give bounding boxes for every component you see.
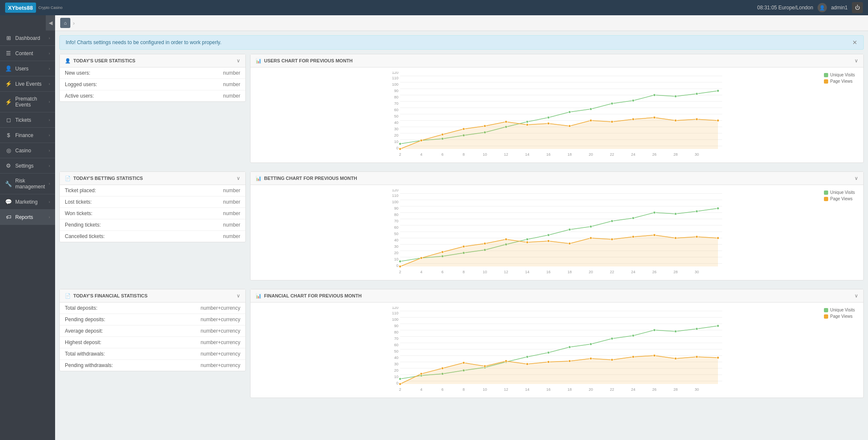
sidebar: ◀ ⊞ Dashboard › ☰ Content › 👤 Users › ⚡	[0, 15, 55, 440]
svg-text:20: 20	[589, 387, 593, 392]
stat-row-active-users: Active users: number	[60, 90, 245, 101]
sidebar-item-finance[interactable]: $ Finance ›	[0, 128, 55, 143]
svg-text:120: 120	[392, 307, 398, 310]
sidebar-item-dashboard[interactable]: ⊞ Dashboard ›	[0, 31, 55, 46]
svg-text:40: 40	[394, 238, 398, 242]
svg-text:90: 90	[394, 324, 398, 328]
svg-text:18: 18	[568, 152, 572, 157]
sidebar-item-reports[interactable]: 🏷 Reports ›	[0, 210, 55, 225]
svg-marker-187	[400, 356, 718, 384]
sidebar-item-content[interactable]: ☰ Content ›	[0, 46, 55, 61]
svg-text:120: 120	[392, 189, 398, 192]
svg-point-122	[547, 240, 550, 242]
svg-text:20: 20	[589, 270, 593, 274]
svg-point-180	[590, 343, 592, 345]
svg-point-179	[568, 346, 571, 348]
svg-text:60: 60	[394, 108, 398, 112]
stat-row-lost-tickets: Lost tickets: number	[60, 196, 245, 208]
svg-text:20: 20	[394, 368, 398, 373]
svg-text:40: 40	[394, 356, 398, 360]
chevron-right-icon: ›	[49, 82, 50, 86]
sidebar-item-tickets[interactable]: ◻ Tickets ›	[0, 112, 55, 128]
svg-text:100: 100	[392, 200, 398, 204]
financial-stats-collapse-button[interactable]: ∨	[236, 293, 240, 299]
betting-chart-body: Unique Visits Page Views	[250, 185, 863, 280]
logo: XYbets88 Crypto Casino	[5, 3, 63, 13]
tickets-icon: ◻	[5, 117, 12, 123]
sidebar-item-users[interactable]: 👤 Users ›	[0, 61, 55, 76]
stat-value: number	[223, 188, 240, 193]
svg-text:60: 60	[394, 343, 398, 347]
stat-value: number	[223, 70, 240, 76]
svg-point-194	[526, 363, 529, 365]
info-banner-close-button[interactable]: ✕	[852, 39, 857, 46]
users-chart-collapse-button[interactable]: ∨	[854, 58, 858, 64]
svg-point-183	[653, 329, 656, 331]
financial-stats-title: 📄 TODAY'S FINANCIAL STATISTICS	[65, 293, 147, 299]
stat-row-highest-deposit: Highest deposit: number+currency	[60, 337, 245, 348]
svg-point-36	[632, 99, 634, 102]
stat-value: number	[223, 199, 240, 205]
sidebar-item-settings[interactable]: ⚙ Settings ›	[0, 158, 55, 174]
svg-point-186	[717, 325, 719, 327]
stat-value: number+currency	[200, 328, 240, 334]
user-stats-collapse-button[interactable]: ∨	[236, 58, 240, 64]
svg-point-98	[399, 260, 401, 263]
svg-point-200	[653, 354, 656, 357]
stat-row-average-deposit: Average deposit: number+currency	[60, 325, 245, 337]
svg-text:30: 30	[695, 152, 699, 157]
svg-text:6: 6	[441, 270, 443, 274]
casino-icon: ◎	[5, 147, 12, 154]
stat-label: Ticket placed:	[65, 188, 96, 193]
dashboard-icon: ⊞	[5, 35, 12, 41]
logo-text: XYbets88	[8, 5, 33, 11]
stat-value: number+currency	[200, 362, 240, 368]
betting-stats-title: 📄 TODAY'S BETTING STATISTICS	[65, 176, 143, 181]
betting-stats-collapse-button[interactable]: ∨	[236, 175, 240, 181]
breadcrumb: ⌂ ›	[55, 15, 868, 31]
stat-label: Average deposit:	[65, 328, 103, 334]
legend-label: Page Views	[830, 196, 853, 201]
financial-chart-collapse-button[interactable]: ∨	[854, 293, 858, 299]
svg-text:28: 28	[673, 387, 678, 392]
betting-chart-collapse-button[interactable]: ∨	[854, 175, 858, 181]
sidebar-item-casino[interactable]: ◎ Casino ›	[0, 143, 55, 158]
svg-point-199	[632, 356, 634, 358]
sidebar-item-live-events[interactable]: ⚡ Live Events ›	[0, 76, 55, 92]
svg-text:100: 100	[392, 82, 398, 87]
sidebar-item-label: Dashboard	[15, 35, 40, 41]
sidebar-item-risk-management[interactable]: 🔧 Risk management ›	[0, 174, 55, 194]
svg-point-203	[717, 356, 719, 359]
chevron-right-icon: ›	[49, 67, 50, 71]
home-breadcrumb-button[interactable]: ⌂	[60, 18, 70, 28]
svg-text:20: 20	[589, 152, 593, 157]
topbar-power-button[interactable]: ⏻	[852, 2, 863, 13]
svg-text:14: 14	[525, 152, 529, 157]
legend-unique-visits: Unique Visits	[824, 308, 855, 312]
svg-text:8: 8	[462, 152, 465, 157]
stat-value: number	[223, 81, 240, 87]
stat-label: Total deposits:	[65, 305, 97, 311]
svg-text:10: 10	[394, 140, 398, 144]
sidebar-item-marketing[interactable]: 💬 Marketing ›	[0, 194, 55, 210]
sidebar-item-prematch-events[interactable]: ⚡ Prematch Events ›	[0, 92, 55, 112]
stat-value: number	[223, 233, 240, 239]
sidebar-toggle-button[interactable]: ◀	[46, 15, 55, 31]
svg-text:80: 80	[394, 95, 398, 99]
user-stats-card: 👤 TODAY'S USER STATISTICS ∨ New users: n…	[59, 54, 246, 102]
financial-chart-card: 📊 FINANCIAL CHART FOR PREVIOUS MONTH ∨ U…	[250, 289, 864, 398]
stat-row-pending-deposits: Pending deposits: number+currency	[60, 314, 245, 325]
sidebar-item-label: Marketing	[15, 199, 38, 205]
legend-page-views: Page Views	[824, 79, 855, 84]
svg-point-48	[526, 123, 529, 126]
chevron-right-icon: ›	[49, 118, 50, 122]
svg-point-181	[611, 337, 613, 340]
breadcrumb-arrow-icon: ›	[73, 20, 75, 26]
svg-text:110: 110	[392, 76, 398, 80]
stat-label: Total withdrawals:	[65, 351, 105, 357]
svg-point-38	[674, 95, 677, 98]
svg-point-127	[653, 234, 656, 236]
svg-point-31	[526, 121, 529, 123]
svg-text:110: 110	[392, 193, 398, 198]
svg-text:80: 80	[394, 213, 398, 217]
